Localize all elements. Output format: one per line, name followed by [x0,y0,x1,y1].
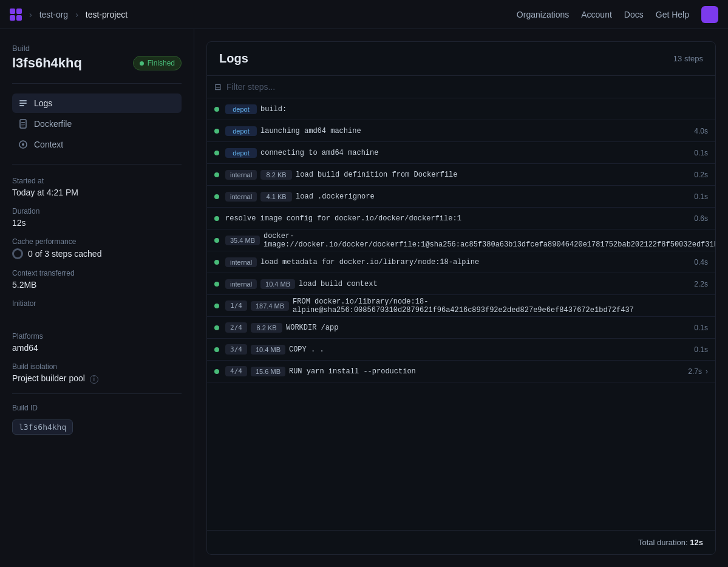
status-dot [214,238,219,243]
nav-account[interactable]: Account [581,10,612,19]
svg-point-8 [22,143,24,146]
log-time: 0.1s [694,192,708,201]
log-tag: depot [225,126,257,136]
nav-get-help[interactable]: Get Help [656,10,689,19]
log-row[interactable]: 1/4187.4 MBFROM docker.io/library/node:1… [207,295,715,317]
nav-logs[interactable]: Logs [12,93,182,113]
pool-label: Project builder pool [12,373,85,383]
dockerfile-icon [18,119,28,129]
platforms-label: Platforms [12,332,182,341]
log-size: 4.1 KB [260,192,292,202]
logs-panel: Logs 13 steps ⊟ depotbuild:depotlaunchin… [206,41,716,555]
filter-input[interactable] [226,82,708,92]
status-dot [214,260,219,265]
log-size: 8.2 KB [251,323,282,333]
log-row[interactable]: 2/48.2 KBWORKDIR /app0.1s [207,317,715,339]
log-time: 2.2s [694,280,708,288]
log-text: build: [260,105,708,114]
svg-rect-1 [19,103,27,104]
log-time: 0.1s [694,345,708,354]
log-step: 2/4 [225,322,247,333]
pool-value: Project builder pool i [12,373,182,384]
initiator-label: Initiator [12,299,182,308]
sidebar: Build l3fs6h4khq Finished Logs [0,29,194,567]
log-row[interactable]: depotbuild: [207,98,715,120]
status-dot [214,369,219,374]
breadcrumb-sep-1: › [29,10,32,19]
log-tag: internal [225,257,257,267]
user-avatar[interactable] [701,6,718,23]
badge-label: Finished [148,59,175,67]
breadcrumb-project[interactable]: test-project [86,10,128,19]
log-step: 1/4 [225,300,247,311]
log-tag: internal [225,279,257,289]
log-row[interactable]: depotlaunching amd64 machine4.0s [207,120,715,142]
log-row[interactable]: 3/410.4 MBCOPY . .0.1s [207,339,715,361]
started-at-label: Started at [12,177,182,185]
main-inner: Logs 13 steps ⊟ depotbuild:depotlaunchin… [206,41,716,555]
nav-right: Organizations Account Docs Get Help [517,6,718,23]
breadcrumb-sep-2: › [75,10,78,19]
log-row[interactable]: depotconnecting to amd64 machine0.1s [207,142,715,164]
log-row[interactable]: 35.4 MBdocker-image://docker.io/docker/d… [207,229,715,251]
sidebar-build-id: l3fs6h4khq [12,55,82,71]
nav-organizations[interactable]: Organizations [517,10,569,19]
logo-icon[interactable] [10,8,22,21]
log-text: launching amd64 machine [260,127,689,135]
log-text: resolve image config for docker.io/docke… [225,214,689,223]
filter-icon: ⊟ [214,82,222,92]
logs-icon [18,98,28,108]
pool-info-icon[interactable]: i [90,375,98,384]
log-row[interactable]: internalload metadata for docker.io/libr… [207,251,715,273]
log-row[interactable]: internal10.4 MBload build context2.2s [207,273,715,295]
log-size: 15.6 MB [251,367,285,376]
status-dot [214,325,219,330]
nav-context-label: Context [34,140,63,149]
divider-3 [12,393,182,394]
log-text: load build definition from Dockerfile [296,171,689,179]
cache-label: Cache performance [12,237,182,246]
context-label: Context transferred [12,269,182,277]
log-time: 0.2s [694,171,708,179]
layout: Build l3fs6h4khq Finished Logs [0,29,728,567]
breadcrumb-org[interactable]: test-org [39,10,68,19]
logs-title: Logs [219,52,248,66]
filter-row: ⊟ [207,76,715,98]
log-time: 0.6s [694,214,708,223]
build-id-tag[interactable]: l3fs6h4khq [12,419,73,435]
log-tag: internal [225,192,257,202]
nav-context[interactable]: Context [12,135,182,154]
log-time: 0.4s [694,258,708,267]
divider-2 [12,164,182,165]
log-tag: depot [225,148,257,158]
main-content: Logs 13 steps ⊟ depotbuild:depotlaunchin… [194,29,728,567]
log-row[interactable]: resolve image config for docker.io/docke… [207,208,715,229]
log-text: COPY . . [289,345,689,354]
logs-table: depotbuild:depotlaunching amd64 machine4… [207,98,715,530]
log-size: 8.2 KB [260,170,292,180]
total-duration-label: Total duration: [638,538,688,547]
log-row[interactable]: internal8.2 KBload build definition from… [207,164,715,186]
log-text: connecting to amd64 machine [260,149,689,157]
duration-value: 12s [12,218,182,228]
svg-rect-2 [19,105,24,106]
build-id-label: Build ID [12,404,182,412]
svg-rect-6 [21,126,24,126]
nav-docs[interactable]: Docs [624,10,644,19]
status-dot [214,304,219,308]
log-tag: internal [225,170,257,180]
log-row[interactable]: 4/415.6 MBRUN yarn install --production2… [207,361,715,382]
svg-rect-0 [19,100,27,101]
log-time: 0.1s [694,324,708,332]
topnav: › test-org › test-project Organizations … [0,0,728,29]
divider-1 [12,83,182,84]
log-size: 187.4 MB [251,301,289,311]
status-dot [214,107,219,112]
log-text: FROM docker.io/library/node:18-alpine@sh… [293,297,708,314]
nav-dockerfile[interactable]: Dockerfile [12,114,182,134]
initiator-value [12,310,182,322]
log-row[interactable]: internal4.1 KBload .dockerignore0.1s [207,186,715,208]
svg-rect-4 [21,122,25,123]
sidebar-build-id-row: l3fs6h4khq Finished [12,55,182,71]
log-step: 3/4 [225,344,247,355]
